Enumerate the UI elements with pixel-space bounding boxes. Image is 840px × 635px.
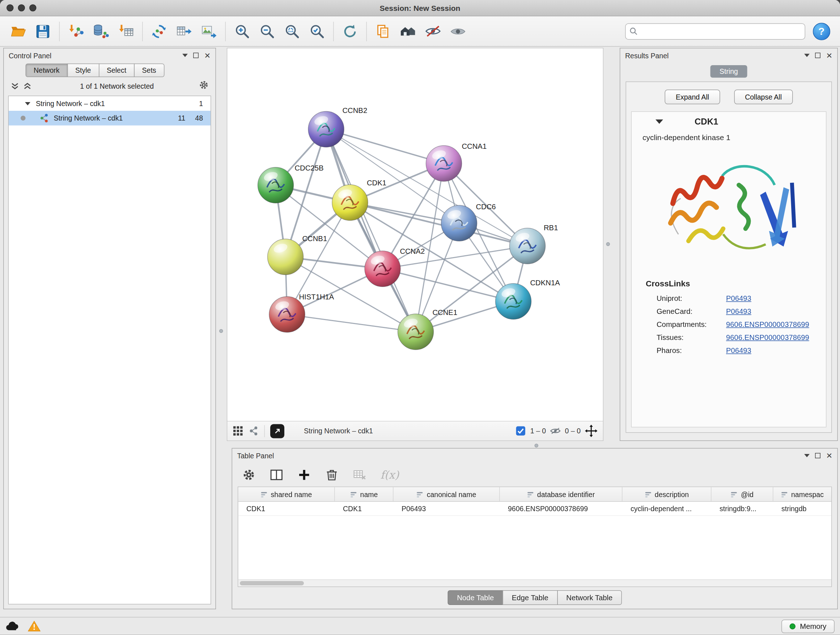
horizontal-splitter-handle[interactable] xyxy=(535,444,538,448)
collapse-tree-button[interactable] xyxy=(23,81,32,90)
zoom-selected-button[interactable] xyxy=(305,19,330,44)
minimize-window-button[interactable] xyxy=(18,4,25,11)
close-panel-icon[interactable]: ✕ xyxy=(826,52,832,59)
delete-column-button[interactable] xyxy=(325,468,339,481)
graph-node[interactable]: CCNB2 xyxy=(308,106,367,147)
section-expander-icon[interactable] xyxy=(655,119,663,124)
graph-edge[interactable] xyxy=(326,129,444,164)
hidden-elements-button[interactable] xyxy=(550,426,561,436)
table-cell[interactable]: CDK1 xyxy=(335,502,393,516)
save-session-button[interactable] xyxy=(30,19,55,44)
zoom-out-button[interactable] xyxy=(255,19,279,44)
column-header[interactable]: @id xyxy=(712,487,774,501)
zoom-in-button[interactable] xyxy=(230,19,255,44)
cloud-services-button[interactable] xyxy=(5,620,19,632)
tab-string[interactable]: String xyxy=(711,65,747,78)
graph-node[interactable]: CDC6 xyxy=(441,203,496,241)
network-options-gear-button[interactable] xyxy=(199,80,209,92)
column-header[interactable]: name xyxy=(335,487,393,501)
graph-edge[interactable] xyxy=(287,315,416,332)
column-header[interactable]: database identifier xyxy=(500,487,622,501)
new-network-from-selection-button[interactable] xyxy=(147,19,172,44)
expand-tree-button[interactable] xyxy=(11,81,20,90)
help-button[interactable]: ? xyxy=(813,22,830,40)
import-table-from-file-button[interactable] xyxy=(114,19,139,44)
graph-node[interactable]: CCNA1 xyxy=(426,142,487,181)
crosslink-value-link[interactable]: P06493 xyxy=(726,294,752,302)
table-cell[interactable]: 9606.ENSP00000378699 xyxy=(500,502,622,516)
network-collection-row[interactable]: String Network – cdk1 1 xyxy=(9,96,210,111)
crosslink-value-link[interactable]: P06493 xyxy=(726,346,752,355)
network-overview-button[interactable] xyxy=(248,426,259,436)
column-header[interactable]: canonical name xyxy=(393,487,500,501)
export-image-button[interactable] xyxy=(196,19,221,44)
table-cell[interactable]: cyclin-dependent ... xyxy=(622,502,712,516)
panel-menu-icon[interactable] xyxy=(182,54,188,57)
import-network-from-file-button[interactable] xyxy=(64,19,88,44)
tab-sets[interactable]: Sets xyxy=(134,64,164,78)
show-graphics-details-button[interactable] xyxy=(446,19,471,44)
network-canvas[interactable]: CCNB2CCNA1CDC25BCDK1CDC6RB1CCNB1CCNA2CDK… xyxy=(227,49,603,421)
collection-expander-icon[interactable] xyxy=(25,102,30,105)
memory-button[interactable]: Memory xyxy=(782,619,835,633)
table-cell[interactable]: P06493 xyxy=(393,502,500,516)
open-session-button[interactable] xyxy=(5,19,30,44)
graph-node[interactable]: HIST1H1A xyxy=(269,293,334,333)
export-table-button[interactable] xyxy=(172,19,196,44)
zoom-fit-content-button[interactable] xyxy=(279,19,305,44)
home-button[interactable] xyxy=(396,19,421,44)
close-window-button[interactable] xyxy=(6,4,14,11)
graph-node[interactable]: CCNA2 xyxy=(365,247,425,287)
tab-network[interactable]: Network xyxy=(26,64,68,78)
refresh-view-button[interactable] xyxy=(338,19,363,44)
crosslink-value-link[interactable]: P06493 xyxy=(726,307,752,315)
graph-edge[interactable] xyxy=(326,129,416,332)
birds-eye-view-button[interactable] xyxy=(233,426,243,436)
table-cell[interactable]: CDK1 xyxy=(238,502,335,516)
float-panel-icon[interactable] xyxy=(193,53,199,58)
scrollbar-thumb[interactable] xyxy=(240,581,304,585)
fit-content-move-button[interactable] xyxy=(585,424,598,437)
tab-network-table[interactable]: Network Table xyxy=(557,591,622,605)
show-columns-button[interactable] xyxy=(270,468,284,481)
create-column-button[interactable] xyxy=(297,468,311,481)
vertical-splitter-handle[interactable] xyxy=(606,242,610,246)
horizontal-scrollbar[interactable] xyxy=(238,580,832,587)
clone-network-button[interactable] xyxy=(371,19,396,44)
panel-menu-icon[interactable] xyxy=(804,454,810,457)
network-graph[interactable]: CCNB2CCNA1CDC25BCDK1CDC6RB1CCNB1CCNA2CDK… xyxy=(227,49,603,421)
hide-annotations-button[interactable] xyxy=(421,19,446,44)
graph-node[interactable]: RB1 xyxy=(510,224,558,264)
column-header[interactable]: shared name xyxy=(238,487,335,501)
column-header[interactable]: namespac xyxy=(774,487,832,501)
table-row[interactable]: CDK1CDK1P064939606.ENSP00000378699cyclin… xyxy=(238,502,832,516)
tab-select[interactable]: Select xyxy=(98,64,134,78)
graph-node[interactable]: CDK1 xyxy=(332,179,386,221)
float-panel-icon[interactable] xyxy=(815,53,821,58)
crosslink-value-link[interactable]: 9606.ENSP00000378699 xyxy=(726,333,809,341)
warnings-button[interactable] xyxy=(27,620,41,632)
tab-node-table[interactable]: Node Table xyxy=(448,591,503,605)
close-panel-icon[interactable]: ✕ xyxy=(826,452,832,459)
open-in-browser-button[interactable] xyxy=(270,424,284,438)
selection-mode-checkbox[interactable] xyxy=(515,426,526,436)
crosslink-value-link[interactable]: 9606.ENSP00000378699 xyxy=(726,320,809,328)
float-panel-icon[interactable] xyxy=(815,453,821,458)
table-cell[interactable]: stringdb:9... xyxy=(712,502,774,516)
table-cell[interactable]: stringdb xyxy=(774,502,832,516)
expand-all-button[interactable]: Expand All xyxy=(665,90,720,105)
close-panel-icon[interactable]: ✕ xyxy=(204,52,210,59)
search-input[interactable] xyxy=(625,23,805,40)
tab-edge-table[interactable]: Edge Table xyxy=(502,591,557,605)
table-options-gear-button[interactable] xyxy=(242,468,256,481)
tab-style[interactable]: Style xyxy=(67,64,99,78)
graph-node[interactable]: CCNB1 xyxy=(268,234,327,275)
vertical-splitter-handle[interactable] xyxy=(219,329,223,333)
network-row[interactable]: String Network – cdk1 11 48 xyxy=(9,111,210,126)
zoom-window-button[interactable] xyxy=(29,4,36,11)
collapse-all-button[interactable]: Collapse All xyxy=(734,90,793,105)
column-header[interactable]: description xyxy=(622,487,712,501)
node-details-header[interactable]: CDK1 xyxy=(632,112,826,131)
panel-menu-icon[interactable] xyxy=(804,54,810,57)
import-network-from-database-button[interactable] xyxy=(88,19,114,44)
